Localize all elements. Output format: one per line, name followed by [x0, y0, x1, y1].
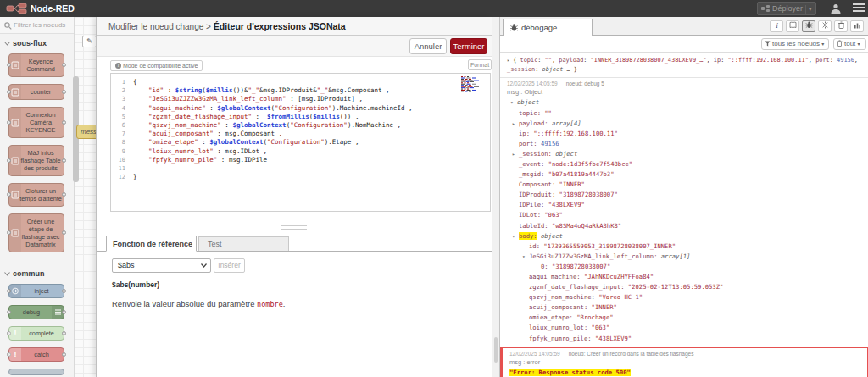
- expand-arrow-icon[interactable]: ▾: [512, 231, 515, 241]
- debug-tree-row[interactable]: IDProduit: "31898728038007": [507, 190, 861, 200]
- debug-tree-row[interactable]: zgzmf_date_flashage_input: "2025-02-12T1…: [507, 282, 861, 292]
- format-button[interactable]: Format: [468, 59, 492, 70]
- code-line: 12}: [111, 173, 490, 181]
- help-tab-icon[interactable]: [786, 20, 799, 32]
- deploy-button[interactable]: Déployer▾: [757, 2, 816, 15]
- done-button[interactable]: Terminer: [450, 38, 487, 54]
- debug-tab-icon[interactable]: [802, 20, 815, 32]
- palette-node[interactable]: counter: [8, 84, 64, 100]
- code-line: 2 "id" : $string($millis())&"_"&msg.IDPr…: [111, 86, 490, 95]
- palette-node[interactable]: inject: [8, 284, 64, 298]
- debug-tree-row[interactable]: fpfyk_numro_pile: "438LXEV9": [507, 334, 861, 344]
- palette-node[interactable]: debug: [8, 305, 64, 319]
- debug-tree-row[interactable]: ▸_session: object: [507, 149, 861, 159]
- palette-node[interactable]: MàJ infos flashage Table des produits: [8, 145, 64, 176]
- palette-node[interactable]: Cloturer un temps d'attente: [8, 183, 64, 207]
- tab-test[interactable]: Test: [198, 236, 289, 251]
- debug-tree-row[interactable]: omiea_etape: "Brochage": [507, 313, 861, 323]
- user-icon[interactable]: [830, 3, 842, 14]
- node-output-port[interactable]: [62, 289, 66, 293]
- debug-message[interactable]: ▸ { topic: "", payload: "INNER_318987280…: [500, 53, 868, 78]
- node-output-port[interactable]: [62, 192, 66, 197]
- palette-search[interactable]: Filtrer les noeuds: [0, 17, 74, 34]
- clear-messages-button[interactable]: tout ▾: [833, 38, 866, 50]
- node-output-port[interactable]: [62, 352, 66, 357]
- debug-tree-row[interactable]: IDPile: "438LXEV9": [507, 200, 861, 210]
- debug-message[interactable]: 12/02/2025 14:05:59noeud: debug 5msg : O…: [500, 78, 868, 347]
- trash-icon[interactable]: [834, 20, 848, 32]
- jsonata-code-editor[interactable]: 1{2 "id" : $string($millis())&"_"&msg.ID…: [110, 73, 491, 212]
- palette-section-header[interactable]: commun: [0, 268, 74, 280]
- debug-filterbar: tous les noeuds ▾ tout ▾: [500, 36, 868, 53]
- debug-tree-row[interactable]: ip: "::ffff:192.168.100.11": [507, 129, 861, 139]
- cancel-button[interactable]: Annuler: [409, 38, 447, 54]
- debug-tree-row[interactable]: port: 49156: [507, 139, 861, 149]
- tab-function-reference[interactable]: Fonction de référence: [106, 236, 197, 252]
- subflow-icon: [11, 191, 19, 199]
- expand-arrow-icon[interactable]: ▾: [522, 252, 526, 262]
- debug-tree-row[interactable]: _event: "node:1d3f5fbe7f548bce": [507, 159, 861, 169]
- debug-tree-row[interactable]: acuij_composant: "INNER": [507, 302, 861, 313]
- palette-node[interactable]: Créer une étape de flashage avec Datamat…: [8, 213, 64, 252]
- main-menu-icon[interactable]: [853, 3, 865, 14]
- code-line: 1{: [111, 78, 490, 86]
- sidebar-icon-buttons: i: [770, 20, 864, 32]
- flow-workspace[interactable]: ✎ mess: [75, 17, 96, 377]
- expand-arrow-icon[interactable]: ▸: [512, 119, 515, 129]
- debug-tree-row[interactable]: topic: "": [507, 108, 861, 119]
- function-select[interactable]: $abs: [112, 258, 211, 273]
- exclamation-icon: !: [14, 351, 17, 358]
- debug-tree-row[interactable]: id: "1739365559053_31898728038007_INNER": [507, 241, 861, 252]
- node-output-port[interactable]: [62, 331, 66, 335]
- insert-button[interactable]: Insérer: [214, 258, 245, 273]
- debug-tree-row[interactable]: ▸payload: array[4]: [507, 119, 861, 129]
- debug-messages: ▸ { topic: "", payload: "INNER_318987280…: [500, 53, 868, 377]
- palette-node[interactable]: Connexion Caméra KEYENCE: [8, 107, 64, 138]
- node-output-port[interactable]: [62, 90, 66, 94]
- info-tab-icon[interactable]: i: [770, 20, 783, 32]
- node-palette: Filtrer les noeuds sous-fluxKeyence Comm…: [0, 17, 75, 377]
- config-tab-icon[interactable]: [818, 20, 832, 32]
- edit-tray: Modifier le noeud change > Éditeur d'exp…: [96, 17, 492, 377]
- chart-icon[interactable]: [850, 20, 864, 32]
- code-line: 8 "omiea_etape" : $globalContext("Config…: [111, 138, 490, 147]
- node-output-port[interactable]: [62, 120, 66, 125]
- header-bar: Node-RED Déployer▾: [0, 0, 868, 17]
- palette-node[interactable]: [8, 369, 64, 375]
- debug-message[interactable]: 12/02/2025 14:05:59noeud: Créer un recor…: [500, 347, 868, 377]
- edit-pencil-button[interactable]: ✎: [82, 36, 97, 47]
- debug-tree-row[interactable]: Composant: "INNER": [507, 180, 861, 190]
- node-output-port[interactable]: [62, 63, 66, 67]
- deploy-options-caret[interactable]: ▾: [809, 6, 812, 12]
- scrollbar-thumb[interactable]: [494, 337, 498, 363]
- tab-debug[interactable]: débogage: [503, 19, 593, 36]
- expand-arrow-icon[interactable]: ▸: [512, 149, 515, 159]
- sidebar-separator[interactable]: [492, 17, 500, 377]
- palette-node[interactable]: complete!: [8, 326, 64, 341]
- debug-tree-row[interactable]: loiux_numro_lot: "063": [507, 323, 861, 333]
- palette-node[interactable]: catch!: [8, 347, 64, 362]
- subflow-icon: [11, 119, 19, 127]
- filter-nodes-button[interactable]: tous les noeuds ▾: [761, 38, 829, 50]
- palette-node[interactable]: Keyence Command: [8, 53, 64, 77]
- resize-grip[interactable]: [281, 225, 307, 230]
- info-icon: i: [115, 63, 121, 69]
- app-title: Node-RED: [31, 0, 75, 17]
- node-input-port[interactable]: [7, 310, 11, 314]
- function-tabs: Fonction de référence Test: [97, 236, 492, 252]
- debug-tree-row[interactable]: IDLot: "063": [507, 210, 861, 220]
- node-output-port[interactable]: [62, 158, 66, 163]
- node-output-port[interactable]: [62, 230, 66, 235]
- debug-tree-row[interactable]: aagui_machine: "JAhNKDcuZHYFFoa84": [507, 272, 861, 282]
- expand-arrow-icon[interactable]: ▾: [510, 97, 514, 108]
- debug-tree-row[interactable]: _msgid: "b07a41819a4447b3": [507, 169, 861, 180]
- palette-section-header[interactable]: sous-flux: [0, 37, 74, 49]
- debug-tree-row[interactable]: tableId: "w8SMa4oQ4aRkA3hK8": [507, 221, 861, 231]
- node-red-logo-icon: [6, 3, 28, 14]
- debug-tree-row[interactable]: ▾body: object: [507, 231, 861, 241]
- debug-tree-row[interactable]: qszvj_nom_machine: "Vareo HC 1": [507, 292, 861, 302]
- debug-tree-row[interactable]: 0: "31898728038007": [507, 262, 861, 272]
- debug-tree-row[interactable]: ▾object: [507, 97, 861, 108]
- editor-minimap: [461, 76, 480, 93]
- debug-tree-row[interactable]: ▾JeSGi3uZJZZw3GzMA_link_left_column: arr…: [507, 252, 861, 262]
